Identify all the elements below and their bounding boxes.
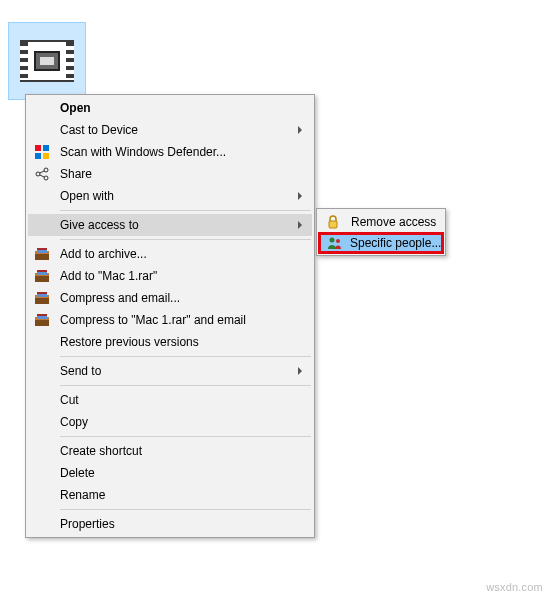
svg-rect-25 (329, 221, 337, 228)
submenu-specific-people-label: Specific people... (350, 236, 441, 250)
menu-give-access-label: Give access to (60, 218, 282, 232)
svg-rect-2 (35, 153, 41, 159)
svg-rect-12 (37, 248, 47, 250)
svg-rect-3 (43, 153, 49, 159)
menu-open[interactable]: Open (28, 97, 312, 119)
menu-give-access-to[interactable]: Give access to (28, 214, 312, 236)
menu-add-to-archive[interactable]: Add to archive... (28, 243, 312, 265)
svg-point-26 (330, 238, 335, 243)
give-access-submenu: Remove access Specific people... (316, 208, 446, 256)
svg-point-6 (44, 176, 48, 180)
menu-add-mac1rar-label: Add to "Mac 1.rar" (60, 269, 282, 283)
menu-open-label: Open (60, 101, 282, 115)
svg-rect-20 (37, 292, 47, 294)
menu-copy-label: Copy (60, 415, 282, 429)
winrar-icon (34, 268, 50, 284)
svg-point-5 (44, 168, 48, 172)
svg-rect-16 (37, 270, 47, 272)
menu-rename[interactable]: Rename (28, 484, 312, 506)
menu-send-to-label: Send to (60, 364, 282, 378)
defender-shield-icon (34, 144, 50, 160)
menu-cut[interactable]: Cut (28, 389, 312, 411)
chevron-right-icon (298, 126, 302, 134)
chevron-right-icon (298, 192, 302, 200)
winrar-icon (34, 312, 50, 328)
menu-delete-label: Delete (60, 466, 282, 480)
menu-add-archive-label: Add to archive... (60, 247, 282, 261)
menu-compress-and-email[interactable]: Compress and email... (28, 287, 312, 309)
menu-compress-mac1rar-email-label: Compress to "Mac 1.rar" and email (60, 313, 282, 327)
menu-cut-label: Cut (60, 393, 282, 407)
video-file-icon (20, 40, 74, 82)
menu-open-with-label: Open with (60, 189, 282, 203)
svg-point-27 (336, 239, 340, 243)
chevron-right-icon (298, 221, 302, 229)
selected-file[interactable] (8, 22, 86, 100)
submenu-remove-access[interactable]: Remove access (319, 211, 443, 233)
watermark-text: wsxdn.com (486, 581, 543, 593)
menu-open-with[interactable]: Open with (28, 185, 312, 207)
svg-point-4 (36, 172, 40, 176)
menu-separator (60, 436, 311, 437)
chevron-right-icon (298, 367, 302, 375)
share-icon (34, 166, 50, 182)
menu-cast-label: Cast to Device (60, 123, 282, 137)
menu-delete[interactable]: Delete (28, 462, 312, 484)
winrar-icon (34, 246, 50, 262)
menu-add-to-mac1rar[interactable]: Add to "Mac 1.rar" (28, 265, 312, 287)
menu-share[interactable]: Share (28, 163, 312, 185)
svg-rect-1 (43, 145, 49, 151)
menu-properties-label: Properties (60, 517, 282, 531)
submenu-specific-people[interactable]: Specific people... (318, 232, 444, 254)
menu-separator (60, 385, 311, 386)
svg-line-7 (40, 171, 45, 173)
menu-create-shortcut[interactable]: Create shortcut (28, 440, 312, 462)
menu-share-label: Share (60, 167, 282, 181)
winrar-icon (34, 290, 50, 306)
menu-compress-email-label: Compress and email... (60, 291, 282, 305)
menu-separator (60, 239, 311, 240)
menu-compress-mac1rar-email[interactable]: Compress to "Mac 1.rar" and email (28, 309, 312, 331)
menu-separator (60, 210, 311, 211)
menu-scan-label: Scan with Windows Defender... (60, 145, 282, 159)
menu-scan-defender[interactable]: Scan with Windows Defender... (28, 141, 312, 163)
menu-restore-label: Restore previous versions (60, 335, 282, 349)
menu-separator (60, 356, 311, 357)
svg-rect-0 (35, 145, 41, 151)
menu-send-to[interactable]: Send to (28, 360, 312, 382)
menu-cast-to-device[interactable]: Cast to Device (28, 119, 312, 141)
submenu-remove-access-label: Remove access (351, 215, 436, 229)
menu-copy[interactable]: Copy (28, 411, 312, 433)
menu-properties[interactable]: Properties (28, 513, 312, 535)
menu-restore-previous[interactable]: Restore previous versions (28, 331, 312, 353)
svg-rect-24 (37, 314, 47, 316)
context-menu: Open Cast to Device Scan with Windows De… (25, 94, 315, 538)
svg-line-8 (40, 175, 45, 177)
people-icon (327, 235, 343, 251)
menu-create-shortcut-label: Create shortcut (60, 444, 282, 458)
lock-icon (325, 214, 341, 230)
menu-separator (60, 509, 311, 510)
menu-rename-label: Rename (60, 488, 282, 502)
